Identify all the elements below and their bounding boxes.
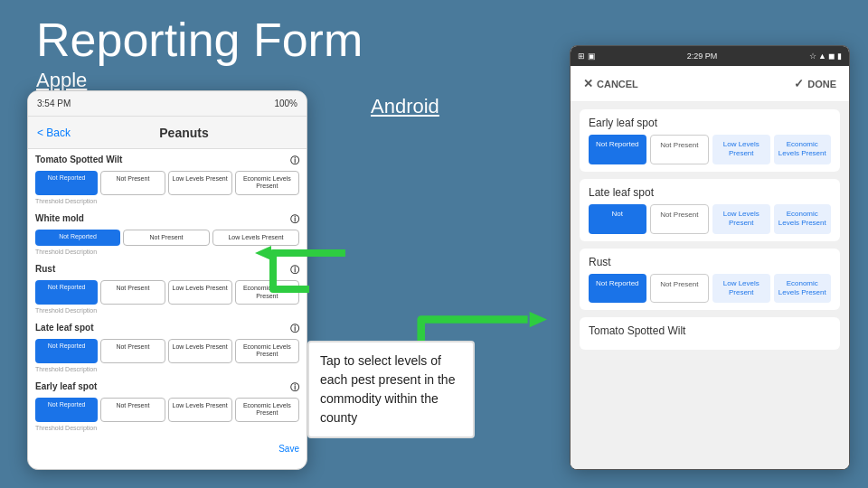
ios-pest5-btn-not-present[interactable]: Not Present	[100, 398, 165, 422]
svg-marker-0	[255, 246, 271, 260]
ios-time: 3:54 PM	[37, 99, 71, 108]
ios-pest-5: Early leaf spot ⓘ Not Reported Not Prese…	[35, 381, 299, 431]
android-pest3-economic[interactable]: Economic Levels Present	[774, 274, 832, 304]
callout-text: Tap to select levels of each pest presen…	[320, 353, 455, 425]
android-pest-2-card: Late leaf spot Not Not Present Low Level…	[580, 179, 840, 241]
android-pest1-not-present[interactable]: Not Present	[650, 135, 710, 164]
ios-content: Tomato Spotted Wilt ⓘ Not Reported Not P…	[28, 149, 307, 463]
cancel-x-icon: ✕	[583, 77, 593, 90]
android-pest-4-title: Tomato Spotted Wilt	[589, 324, 831, 337]
ios-btn-not-present[interactable]: Not Present	[100, 171, 165, 195]
ios-pest-5-desc: Threshold Description	[35, 425, 299, 431]
ios-pest-1-desc: Threshold Description	[35, 198, 299, 204]
title-area: Reporting Form Apple	[36, 16, 363, 92]
ios-pest5-btn-not-reported[interactable]: Not Reported	[35, 398, 98, 422]
android-time: 2:29 PM	[687, 52, 718, 61]
android-pest-1-card: Early leaf spot Not Reported Not Present…	[580, 109, 840, 172]
android-pest3-not-reported[interactable]: Not Reported	[589, 274, 646, 304]
android-pest2-economic[interactable]: Economic Levels Present	[774, 204, 832, 234]
android-pest3-not-present[interactable]: Not Present	[650, 274, 710, 304]
ios-page-title: Peanuts	[159, 126, 208, 140]
android-status-bar: ⊞ ▣ 2:29 PM ☆ ▲ ◼ ▮	[571, 46, 849, 66]
ios-pest-1-buttons: Not Reported Not Present Low Levels Pres…	[35, 171, 299, 195]
ios-pest2-btn-not-present[interactable]: Not Present	[123, 230, 210, 246]
ios-pest4-btn-not-present[interactable]: Not Present	[100, 339, 165, 363]
android-icons-right: ☆ ▲ ◼ ▮	[809, 52, 842, 61]
android-pest3-low-levels[interactable]: Low Levels Present	[712, 274, 770, 304]
android-pest-2-title: Late leaf spot	[589, 186, 831, 199]
android-pest2-not-present[interactable]: Not Present	[650, 204, 710, 234]
ios-back-button[interactable]: < Back	[37, 127, 71, 139]
android-label: Android	[371, 95, 439, 118]
ios-pest4-btn-not-reported[interactable]: Not Reported	[35, 339, 98, 363]
ios-pest-5-title: Early leaf spot ⓘ	[35, 381, 299, 394]
ios-pest-4-desc: Threshold Description	[35, 366, 299, 372]
android-phone: ⊞ ▣ 2:29 PM ☆ ▲ ◼ ▮ ✕ CANCEL ✓ DONE Earl…	[570, 45, 850, 470]
ios-pest5-btn-economic[interactable]: Economic Levels Present	[235, 398, 299, 422]
android-pest-1-buttons: Not Reported Not Present Low Levels Pres…	[589, 135, 831, 164]
ios-battery: 100%	[274, 99, 297, 108]
ios-pest-5-buttons: Not Reported Not Present Low Levels Pres…	[35, 398, 299, 422]
done-check-icon: ✓	[794, 77, 804, 90]
android-icons-left: ⊞ ▣	[578, 52, 596, 61]
ios-pest5-btn-low-levels[interactable]: Low Levels Present	[168, 398, 232, 422]
ios-pest-2-title: White mold ⓘ	[35, 213, 299, 226]
ios-pest-4: Late leaf spot ⓘ Not Reported Not Presen…	[35, 323, 299, 372]
android-pest2-low-levels[interactable]: Low Levels Present	[712, 204, 770, 234]
apple-label: Apple	[36, 69, 363, 92]
svg-marker-1	[530, 312, 547, 327]
android-pest-3-card: Rust Not Reported Not Present Low Levels…	[580, 249, 840, 311]
ios-btn-economic[interactable]: Economic Levels Present	[235, 171, 299, 195]
ios-pest3-btn-low-levels[interactable]: Low Levels Present	[168, 280, 232, 305]
ios-save-button[interactable]: Save	[35, 440, 299, 457]
android-pest-2-buttons: Not Not Present Low Levels Present Econo…	[589, 204, 831, 234]
android-pest2-not[interactable]: Not	[589, 204, 646, 234]
android-pest1-low-levels[interactable]: Low Levels Present	[712, 135, 770, 164]
ios-pest-4-buttons: Not Reported Not Present Low Levels Pres…	[35, 339, 299, 363]
android-nav-bar: ✕ CANCEL ✓ DONE	[571, 66, 849, 102]
callout-box: Tap to select levels of each pest presen…	[307, 341, 475, 438]
android-pest-3-title: Rust	[589, 256, 831, 268]
android-pest1-economic[interactable]: Economic Levels Present	[774, 135, 832, 164]
ios-btn-low-levels[interactable]: Low Levels Present	[168, 171, 232, 195]
ios-pest3-btn-not-reported[interactable]: Not Reported	[35, 280, 98, 305]
ios-btn-not-reported[interactable]: Not Reported	[35, 171, 98, 195]
ios-pest-4-title: Late leaf spot ⓘ	[35, 323, 299, 335]
ios-pest4-btn-economic[interactable]: Economic Levels Present	[235, 339, 299, 363]
ios-pest-3-desc: Threshold Description	[35, 307, 299, 314]
ios-nav-bar: < Back Peanuts	[28, 117, 307, 149]
android-cancel-button[interactable]: ✕ CANCEL	[583, 77, 638, 90]
android-pest-3-buttons: Not Reported Not Present Low Levels Pres…	[589, 274, 831, 304]
ios-pest3-btn-not-present[interactable]: Not Present	[100, 280, 165, 305]
arrow-left	[255, 244, 363, 298]
ios-status-bar: 3:54 PM 100%	[28, 91, 307, 117]
android-done-button[interactable]: ✓ DONE	[794, 77, 836, 90]
android-pest-4-card: Tomato Spotted Wilt	[580, 317, 840, 350]
ios-pest4-btn-low-levels[interactable]: Low Levels Present	[168, 339, 232, 363]
page-title: Reporting Form	[36, 16, 363, 63]
ios-pest-1: Tomato Spotted Wilt ⓘ Not Reported Not P…	[35, 155, 299, 204]
android-pest1-not-reported[interactable]: Not Reported	[589, 135, 646, 164]
ios-pest-1-title: Tomato Spotted Wilt ⓘ	[35, 155, 299, 167]
ios-pest2-btn-not-reported[interactable]: Not Reported	[35, 230, 120, 246]
android-pest-1-title: Early leaf spot	[589, 117, 831, 129]
android-content: Early leaf spot Not Reported Not Present…	[571, 102, 849, 469]
